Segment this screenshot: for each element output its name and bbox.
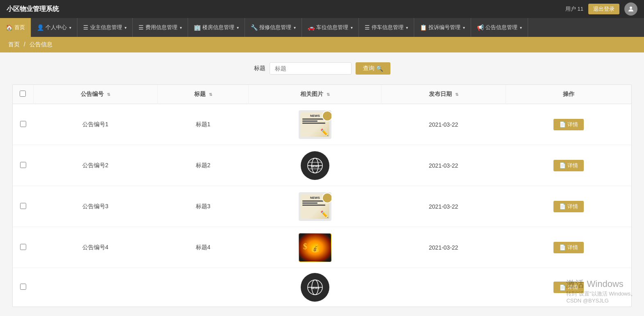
detail-button[interactable]: 📄 详情 [553,160,584,171]
row-checkbox[interactable] [20,284,26,290]
chevron-icon: ▾ [125,25,127,30]
chevron-icon: ▾ [237,25,239,30]
row-image-preview: $ 💰 [299,233,331,262]
row-action: 📄 详情 [506,145,631,186]
row-image: NEWS [249,145,381,186]
sort-arrow-date: ⇅ [455,92,458,97]
breadcrumb-current: 公告信息 [29,41,52,48]
header-checkbox-cell [13,85,33,104]
header-title: 标题 ⇅ [157,85,248,104]
row-image-preview: NEWS ✏️ [299,110,331,139]
row-date: 2021-03-22 [381,227,506,268]
row-action: 📄 详情 [506,227,631,268]
top-bar: 小区物业管理系统 用户 11 退出登录 [0,0,644,18]
row-checkbox-cell [13,227,33,268]
table-row: 公告编号3 标题3 NEWS ✏️ [13,186,631,227]
chevron-icon: ▾ [180,25,182,30]
row-code [33,268,157,307]
search-button[interactable]: 查询 🔍 [356,62,390,75]
row-image: NEWS ✏️ [249,104,381,145]
chevron-icon: ▾ [406,25,408,30]
sort-arrow-title: ⇅ [209,92,212,97]
header-action: 操作 [506,85,631,104]
nav-item-repair[interactable]: 🔧 报修信息管理 ▾ [245,18,302,37]
row-title: 标题1 [157,104,248,145]
row-action: 📄 详情 [506,268,631,307]
nav-item-home[interactable]: 🏠 首页 [0,18,31,37]
home-icon: 🏠 [6,24,13,31]
nav-item-announcement[interactable]: 📢 公告信息管理 ▾ [471,18,528,37]
nav-item-resident[interactable]: ☰ 业主信息管理 ▾ [77,18,133,37]
list-icon: ☰ [83,24,88,31]
chevron-icon: ▾ [520,25,522,30]
row-image-preview: NEWS ✏️ [299,192,331,221]
detail-button[interactable]: 📄 详情 [553,119,584,130]
select-all-checkbox[interactable] [20,91,26,97]
svg-point-0 [630,7,632,9]
row-image-preview: NEWS [301,151,329,180]
row-checkbox[interactable] [20,162,26,168]
svg-text:💰: 💰 [311,244,320,253]
row-title: 标题2 [157,145,248,186]
data-table: 公告编号 ⇅ 标题 ⇅ 相关图片 ⇅ 发布日期 ⇅ [12,84,632,307]
row-checkbox-cell [13,104,33,145]
row-code: 公告编号3 [33,186,157,227]
detail-button[interactable]: 📄 详情 [553,282,584,293]
row-checkbox[interactable] [20,121,26,127]
row-code: 公告编号1 [33,104,157,145]
nav-item-building[interactable]: 🏢 楼房信息管理 ▾ [188,18,245,37]
detail-icon: 📄 [559,162,566,168]
chevron-icon: ▾ [463,25,465,30]
table-row: 公告编号1 标题1 NEWS ✏️ [13,104,631,145]
nav-item-fee[interactable]: ☰ 费用信息管理 ▾ [133,18,188,37]
row-date [381,268,506,307]
row-date: 2021-03-22 [381,145,506,186]
table-row: NEWS 📄 详情 [13,268,631,307]
row-code: 公告编号2 [33,145,157,186]
row-date: 2021-03-22 [381,186,506,227]
user-info: 用户 11 [565,5,583,13]
sort-arrow-code: ⇅ [107,92,110,97]
detail-icon: 📄 [559,284,566,291]
repair-icon: 🔧 [251,24,258,31]
header-image: 相关图片 ⇅ [249,85,381,104]
detail-button[interactable]: 📄 详情 [553,201,584,212]
main-content: 标题 查询 🔍 公告编号 ⇅ 标题 ⇅ [0,52,644,316]
detail-button[interactable]: 📄 详情 [553,242,584,253]
complaint-icon: 📋 [420,24,427,31]
svg-text:NEWS: NEWS [311,286,320,289]
sort-arrow-image: ⇅ [327,92,330,97]
row-checkbox[interactable] [20,203,26,209]
nav-item-complaint[interactable]: 📋 投诉编号管理 ▾ [414,18,471,37]
person-icon: 👤 [37,24,44,31]
row-checkbox[interactable] [20,244,26,250]
detail-icon: 📄 [559,121,566,127]
detail-icon: 📄 [559,244,566,250]
nav-item-parking-spot[interactable]: 🚗 车位信息管理 ▾ [302,18,359,37]
breadcrumb-separator: / [24,41,25,48]
nav-item-parking-info[interactable]: ☰ 停车信息管理 ▾ [359,18,414,37]
row-image: NEWS ✏️ [249,186,381,227]
fee-icon: ☰ [138,24,144,31]
nav-bar: 🏠 首页 👤 个人中心 ▾ ☰ 业主信息管理 ▾ ☰ 费用信息管理 ▾ 🏢 楼房… [0,18,644,37]
car-icon: 🚗 [308,24,315,31]
row-image: $ 💰 [249,227,381,268]
row-title: 标题3 [157,186,248,227]
app-title: 小区物业管理系统 [7,5,59,14]
svg-text:NEWS: NEWS [311,165,320,168]
nav-item-personal[interactable]: 👤 个人中心 ▾ [31,18,77,37]
table-row: 公告编号4 标题4 [13,227,631,268]
announcement-icon: 📢 [477,24,484,31]
search-icon: 🔍 [376,65,383,72]
row-date: 2021-03-22 [381,104,506,145]
row-checkbox-cell [13,268,33,307]
logout-button[interactable]: 退出登录 [588,4,619,14]
breadcrumb-home[interactable]: 首页 [8,41,20,48]
search-input[interactable] [270,62,351,75]
table-row: 公告编号2 标题2 NEWS [13,145,631,186]
detail-icon: 📄 [559,203,566,209]
header-code: 公告编号 ⇅ [33,85,157,104]
search-label: 标题 [254,65,265,72]
breadcrumb: 首页 / 公告信息 [0,37,644,52]
header-date: 发布日期 ⇅ [381,85,506,104]
